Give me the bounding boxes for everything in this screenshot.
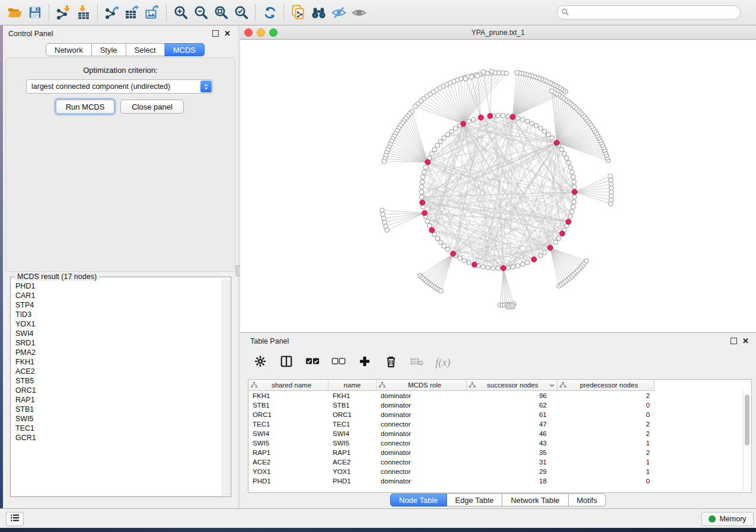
graph-node[interactable] xyxy=(438,139,443,144)
import-network-button[interactable] xyxy=(53,3,74,22)
clear-table-button[interactable] xyxy=(408,354,426,371)
graph-hub-node[interactable] xyxy=(472,262,477,267)
open-session-button[interactable] xyxy=(5,3,25,22)
graph-node[interactable] xyxy=(496,113,500,118)
graph-node[interactable] xyxy=(570,170,575,175)
table-row[interactable]: RAP1RAP1dominator352 xyxy=(248,448,750,457)
graph-node[interactable] xyxy=(553,240,558,245)
graph-node[interactable] xyxy=(445,247,450,252)
graph-hub-node[interactable] xyxy=(548,245,553,251)
graph-node[interactable] xyxy=(419,190,424,194)
graph-node[interactable] xyxy=(572,185,577,190)
graph-node[interactable] xyxy=(529,121,534,126)
graph-node[interactable] xyxy=(608,174,613,179)
graph-node[interactable] xyxy=(550,136,554,140)
mcds-result-item[interactable]: ORC1 xyxy=(11,386,220,395)
graph-node[interactable] xyxy=(501,113,506,118)
graph-node[interactable] xyxy=(572,180,576,184)
graph-node[interactable] xyxy=(562,152,567,156)
graph-node[interactable] xyxy=(534,123,539,128)
graph-node[interactable] xyxy=(422,170,427,175)
graph-node[interactable] xyxy=(463,76,468,81)
zoom-fit-button[interactable] xyxy=(211,3,231,22)
graph-hub-node[interactable] xyxy=(554,140,559,146)
export-table-button[interactable] xyxy=(122,3,142,22)
graph-node[interactable] xyxy=(538,253,543,258)
graph-node[interactable] xyxy=(550,89,554,94)
delete-column-button[interactable] xyxy=(382,354,400,371)
export-image-button[interactable] xyxy=(142,3,162,22)
mcds-result-item[interactable]: STB1 xyxy=(11,405,220,414)
graph-node[interactable] xyxy=(521,117,525,122)
graph-node[interactable] xyxy=(506,265,511,270)
graph-node[interactable] xyxy=(571,204,576,209)
mcds-result-item[interactable]: SWI4 xyxy=(11,329,220,338)
graph-node[interactable] xyxy=(467,260,471,265)
graph-node[interactable] xyxy=(413,104,418,109)
graph-node[interactable] xyxy=(543,129,547,134)
graph-node[interactable] xyxy=(511,265,515,270)
column-header-successor-nodes[interactable]: successor nodes xyxy=(467,380,557,391)
table-row[interactable]: YOX1YOX1connector291 xyxy=(248,467,750,476)
tab-network[interactable]: Network xyxy=(46,43,92,56)
graph-hub-node[interactable] xyxy=(420,200,425,206)
graph-node[interactable] xyxy=(421,175,426,180)
graph-node[interactable] xyxy=(525,260,530,265)
mcds-result-item[interactable]: PHD1 xyxy=(11,281,220,291)
search-input[interactable] xyxy=(557,5,741,20)
table-row[interactable]: ACE2ACE2connector311 xyxy=(248,457,750,467)
close-panel-icon[interactable]: ✕ xyxy=(224,31,231,36)
graph-hub-node[interactable] xyxy=(510,114,515,120)
mcds-result-item[interactable]: SWI5 xyxy=(11,414,220,424)
table-row[interactable]: SWI5SWI5connector431 xyxy=(248,438,750,448)
graph-node[interactable] xyxy=(486,265,490,270)
mcds-result-item[interactable]: YOX1 xyxy=(11,319,220,329)
graph-node[interactable] xyxy=(481,70,486,75)
table-row[interactable]: TEC1TEC1connector472 xyxy=(248,419,750,429)
column-header-shared-name[interactable]: shared name xyxy=(248,380,328,391)
table-row[interactable]: ORC1ORC1dominator610 xyxy=(248,410,750,419)
export-network-button[interactable] xyxy=(102,3,122,22)
mcds-result-item[interactable]: CAR1 xyxy=(11,291,220,300)
graph-node[interactable] xyxy=(566,161,571,165)
float-panel-icon[interactable] xyxy=(212,30,219,37)
open-network-file-button[interactable] xyxy=(288,3,308,22)
graph-node[interactable] xyxy=(543,251,547,255)
result-scrollbar[interactable] xyxy=(222,280,229,495)
refresh-layout-button[interactable] xyxy=(260,3,280,22)
graph-hub-node[interactable] xyxy=(429,227,435,233)
close-panel-icon[interactable]: ✕ xyxy=(742,338,749,344)
graph-node[interactable] xyxy=(568,214,573,219)
graph-node[interactable] xyxy=(438,240,443,245)
save-session-button[interactable] xyxy=(25,3,45,22)
graph-node[interactable] xyxy=(546,132,551,137)
graph-node[interactable] xyxy=(572,195,577,200)
zoom-in-button[interactable] xyxy=(171,3,191,22)
graph-node[interactable] xyxy=(570,210,575,214)
graph-node[interactable] xyxy=(429,152,434,156)
graph-hub-node[interactable] xyxy=(531,257,537,262)
graph-node[interactable] xyxy=(571,175,576,180)
mcds-result-item[interactable]: GCR1 xyxy=(11,433,220,443)
graph-node[interactable] xyxy=(445,132,450,137)
select-all-button[interactable] xyxy=(304,354,321,371)
graph-node[interactable] xyxy=(469,75,474,79)
graph-node[interactable] xyxy=(559,148,564,152)
graph-hub-node[interactable] xyxy=(422,210,428,216)
graph-node[interactable] xyxy=(439,289,444,293)
graph-node[interactable] xyxy=(572,200,576,204)
graph-node[interactable] xyxy=(454,126,458,131)
mcds-result-item[interactable]: PMA2 xyxy=(11,348,220,357)
graph-node[interactable] xyxy=(385,228,390,233)
deselect-all-button[interactable] xyxy=(330,354,347,371)
hide-elements-button[interactable] xyxy=(328,3,349,22)
graph-node[interactable] xyxy=(428,223,432,228)
show-columns-button[interactable] xyxy=(277,354,295,371)
graph-node[interactable] xyxy=(382,159,387,164)
mcds-result-item[interactable]: STP4 xyxy=(11,300,220,310)
graph-node[interactable] xyxy=(490,69,495,73)
graph-node[interactable] xyxy=(425,219,430,224)
search-all-button[interactable] xyxy=(308,3,328,22)
scrollbar-thumb[interactable] xyxy=(745,395,749,446)
graph-hub-node[interactable] xyxy=(451,251,456,257)
